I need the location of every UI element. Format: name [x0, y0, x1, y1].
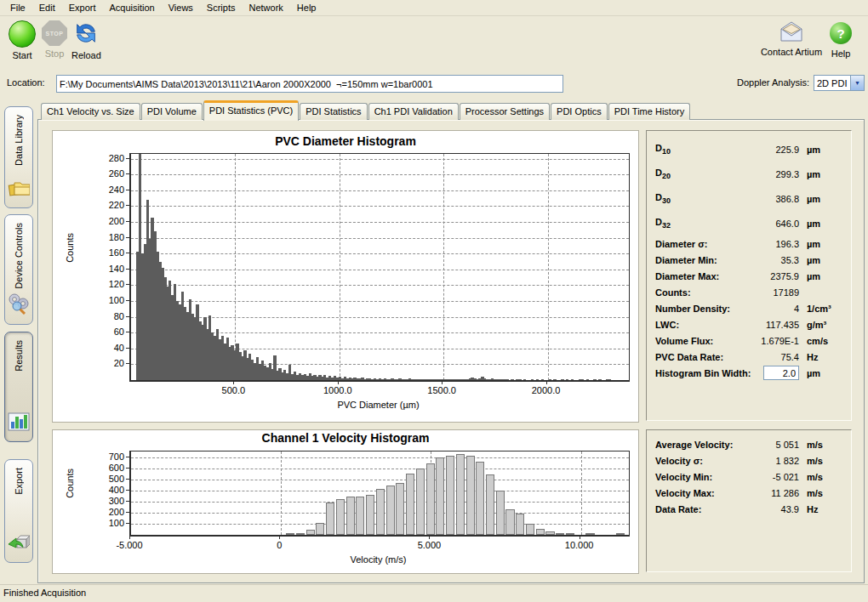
velocity-stat-row: Data Rate:43.9Hz [655, 501, 842, 517]
tab-processor-settings[interactable]: Processor Settings [460, 103, 550, 120]
stat-label: Diameter Max: [655, 271, 719, 281]
gridline [131, 457, 629, 458]
y-tick-mark [126, 457, 129, 457]
stat-label: D20 [655, 168, 671, 180]
help-button[interactable]: ? Help [822, 20, 859, 59]
histogram-bar [598, 379, 601, 380]
stop-icon: STOP [42, 20, 67, 46]
stat-value: -5 021 [746, 472, 799, 482]
help-icon: ? [830, 22, 852, 44]
y-axis-label: Counts [65, 233, 75, 263]
start-button[interactable]: Start [9, 20, 36, 60]
velocity-stat-row: Velocity σ:1 832m/s [655, 452, 842, 469]
sidebar-item-data-library[interactable]: Data Library [4, 106, 33, 208]
help-label: Help [831, 48, 851, 59]
stat-unit: µm [799, 169, 842, 179]
stat-value: 11 286 [746, 488, 799, 498]
y-tick-mark [126, 332, 129, 332]
contact-artium-label: Contact Artium [761, 47, 822, 57]
menu-item-help[interactable]: Help [290, 1, 323, 14]
menu-bar: FileEditExportAcquisitionViewsScriptsNet… [0, 0, 868, 16]
histogram-bar [549, 379, 551, 380]
menu-item-file[interactable]: File [3, 1, 32, 14]
stop-button[interactable]: STOP Stop [42, 20, 67, 59]
y-tick-label: 80 [90, 311, 124, 321]
histogram-bar [286, 533, 294, 535]
histogram-bar [566, 533, 574, 535]
gridline [131, 222, 629, 223]
location-input[interactable] [56, 75, 563, 93]
x-tick-mark [442, 381, 443, 384]
y-tick-label: 400 [90, 485, 124, 495]
histogram-bar [571, 379, 574, 380]
contact-artium-button[interactable]: Contact Artium [760, 20, 823, 57]
histogram-bar [518, 379, 521, 380]
menu-item-acquisition[interactable]: Acquisition [103, 1, 162, 14]
y-tick-label: 600 [90, 463, 124, 473]
histogram-bar [446, 456, 454, 535]
menu-item-edit[interactable]: Edit [32, 1, 62, 14]
menu-item-network[interactable]: Network [242, 1, 289, 14]
sidebar-item-label: Export [14, 468, 24, 495]
gridline [548, 154, 549, 380]
menu-item-views[interactable]: Views [162, 1, 200, 14]
sidebar-item-export[interactable]: Export [4, 459, 33, 563]
sidebar-item-device-controls[interactable]: Device Controls [4, 214, 33, 325]
pvc-diameter-histogram-panel: PVC Diameter Histogram Counts PVC Diamet… [52, 130, 639, 423]
y-tick-label: 140 [90, 264, 124, 274]
sidebar-item-results[interactable]: Results [4, 332, 33, 442]
stat-unit: m/s [799, 456, 842, 466]
tab-ch1-velocity-vs-size[interactable]: Ch1 Velocity vs. Size [41, 103, 140, 120]
y-tick-label: 200 [90, 216, 124, 226]
y-tick-mark [126, 269, 129, 270]
tab-pdi-time-history[interactable]: PDI Time History [608, 103, 691, 120]
histogram-bar [505, 509, 514, 536]
velocity-stat-row: Average Velocity:5 051m/s [655, 436, 842, 452]
x-tick-label: 500.0 [203, 385, 263, 395]
reload-button[interactable]: Reload [71, 20, 101, 60]
sidebar-item-label: Data Library [14, 115, 24, 166]
x-tick-label: 2000.0 [517, 385, 576, 395]
diameter-stat-row: Histogram Bin Width:µm [655, 365, 842, 381]
y-tick-label: 160 [90, 247, 124, 258]
histogram-bar [406, 474, 414, 535]
envelope-icon [778, 20, 805, 44]
stat-label: Counts: [655, 287, 691, 298]
y-tick-mark [126, 300, 129, 301]
tab-ch1-pdi-validation[interactable]: Ch1 PDI Validation [368, 103, 459, 120]
gridline [131, 159, 629, 160]
tab-pdi-statistics-pvc[interactable]: PDI Statistics (PVC) [203, 100, 299, 121]
stat-unit: µm [799, 219, 842, 229]
stat-value: 386.8 [746, 194, 799, 204]
stat-value: 299.3 [746, 169, 799, 179]
velocity-stat-row: Velocity Min:-5 021m/s [655, 469, 842, 485]
x-tick-mark [129, 536, 130, 539]
tab-pdi-statistics[interactable]: PDI Statistics [300, 103, 367, 120]
histogram-bar [586, 379, 589, 380]
chart-title: PVC Diameter Histogram [53, 134, 638, 148]
stat-value: 196.3 [746, 239, 799, 249]
y-tick-mark [126, 363, 129, 364]
histogram-bar [396, 483, 404, 535]
stat-value: 2375.9 [746, 271, 799, 281]
tab-pdi-optics[interactable]: PDI Optics [551, 103, 608, 120]
menu-item-scripts[interactable]: Scripts [200, 1, 243, 14]
histogram-bar [496, 491, 505, 535]
app-window: FileEditExportAcquisitionViewsScriptsNet… [0, 0, 868, 602]
gridline [131, 469, 629, 469]
chevron-down-icon[interactable]: ▼ [850, 76, 864, 90]
tab-pdi-volume[interactable]: PDI Volume [141, 103, 203, 120]
y-tick-mark [126, 490, 129, 491]
menu-item-export[interactable]: Export [62, 1, 103, 14]
gridline [131, 206, 629, 207]
stat-label: Number Density: [655, 304, 730, 314]
histogram-bar [516, 514, 524, 535]
stat-unit: m/s [799, 488, 842, 498]
doppler-analysis-dropdown[interactable]: 2D PDI ▼ [814, 75, 865, 91]
location-label: Location: [7, 77, 45, 88]
gridline [131, 174, 629, 175]
stat-value: 225.9 [746, 145, 799, 155]
y-tick-label: 280 [90, 153, 124, 163]
histogram-bin-width-input[interactable] [763, 366, 799, 380]
results-icon [8, 412, 30, 434]
